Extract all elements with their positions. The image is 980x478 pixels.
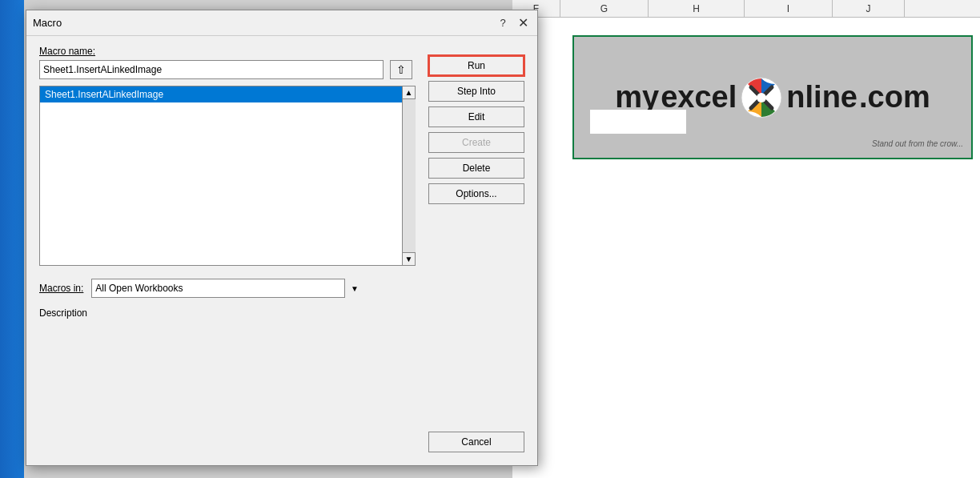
dialog-controls: ? ✕ [496, 15, 531, 31]
col-h: H [649, 0, 745, 17]
macro-list[interactable]: Sheet1.InsertALinkedImage [39, 86, 403, 266]
run-button[interactable]: Run [428, 55, 524, 76]
logo-x-icon [740, 76, 783, 119]
col-j: J [833, 0, 905, 17]
scrollbar-down-button[interactable]: ▼ [403, 252, 416, 265]
delete-button[interactable]: Delete [428, 158, 524, 179]
right-buttons: Run Step Into Edit Create Delete Options… [428, 55, 524, 204]
column-headers: F G H I J [512, 0, 980, 18]
logo-image: myexcel nline.com [572, 35, 973, 159]
macros-in-select-wrapper: All Open Workbooks ▼ [91, 279, 363, 298]
macro-list-scrollbar: ▲ ▼ [403, 86, 416, 266]
dialog-close-button[interactable]: ✕ [515, 15, 531, 31]
macros-in-row: Macros in: All Open Workbooks ▼ [39, 279, 524, 298]
step-into-button[interactable]: Step Into [428, 81, 524, 102]
svg-point-3 [757, 93, 766, 102]
macro-name-input[interactable] [39, 60, 384, 79]
create-button[interactable]: Create [428, 132, 524, 153]
macros-in-label: Macros in: [39, 283, 83, 294]
options-button[interactable]: Options... [428, 183, 524, 204]
dialog-title: Macro [33, 17, 62, 29]
logo-com: .com [859, 80, 930, 114]
macros-in-select[interactable]: All Open Workbooks [91, 279, 363, 298]
dialog-help-button[interactable]: ? [496, 16, 510, 30]
col-i: I [745, 0, 833, 17]
description-label: Description [39, 307, 524, 319]
spreadsheet-area: F G H I J myexcel [512, 0, 980, 478]
edit-button[interactable]: Edit [428, 106, 524, 127]
dialog-titlebar: Macro ? ✕ [26, 10, 537, 36]
logo-tagline: Stand out from the crow... [872, 139, 963, 148]
cancel-button[interactable]: Cancel [428, 432, 524, 452]
scrollbar-track [403, 99, 416, 252]
macro-name-arrow-button[interactable]: ⇧ [390, 60, 412, 79]
logo-online: nline [786, 80, 858, 114]
col-g: G [560, 0, 649, 17]
list-item[interactable]: Sheet1.InsertALinkedImage [40, 86, 402, 102]
bottom-buttons: Cancel [428, 432, 524, 452]
left-sidebar [0, 0, 24, 478]
macro-dialog: Macro ? ✕ Macro name: ⇧ Sheet1.InsertALi… [26, 10, 538, 466]
scrollbar-up-button[interactable]: ▲ [403, 86, 416, 99]
logo-white-rect [590, 110, 686, 134]
